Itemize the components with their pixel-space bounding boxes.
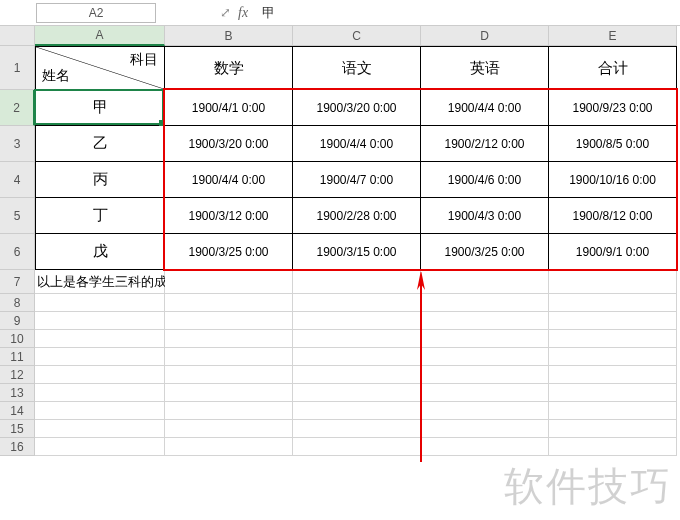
cell[interactable] — [421, 420, 549, 438]
cell-area[interactable]: 姓名科目数学语文英语合计甲1900/4/1 0:001900/3/20 0:00… — [35, 46, 680, 520]
cell[interactable] — [421, 270, 549, 294]
row-header[interactable]: 3 — [0, 126, 35, 162]
score-cell[interactable]: 1900/3/20 0:00 — [165, 126, 293, 162]
cell[interactable] — [35, 420, 165, 438]
score-cell[interactable]: 1900/3/25 0:00 — [165, 234, 293, 270]
cell[interactable] — [35, 402, 165, 420]
cell[interactable] — [35, 294, 165, 312]
row-header[interactable]: 16 — [0, 438, 35, 456]
score-cell[interactable]: 1900/8/5 0:00 — [549, 126, 677, 162]
subject-header[interactable]: 英语 — [421, 46, 549, 90]
cell[interactable] — [165, 330, 293, 348]
cell[interactable] — [293, 294, 421, 312]
cell[interactable] — [165, 420, 293, 438]
subject-header[interactable]: 合计 — [549, 46, 677, 90]
cell[interactable] — [293, 420, 421, 438]
header-diagonal-cell[interactable]: 姓名科目 — [35, 46, 165, 90]
expand-icon[interactable]: ⤢ — [216, 5, 234, 20]
row-header[interactable]: 14 — [0, 402, 35, 420]
score-cell[interactable]: 1900/4/1 0:00 — [165, 90, 293, 126]
score-cell[interactable]: 1900/4/4 0:00 — [293, 126, 421, 162]
row-header[interactable]: 5 — [0, 198, 35, 234]
score-cell[interactable]: 1900/3/15 0:00 — [293, 234, 421, 270]
row-header[interactable]: 13 — [0, 384, 35, 402]
row-header[interactable]: 11 — [0, 348, 35, 366]
cell[interactable] — [293, 270, 421, 294]
score-cell[interactable]: 1900/4/3 0:00 — [421, 198, 549, 234]
cell[interactable] — [421, 438, 549, 456]
row-header[interactable]: 8 — [0, 294, 35, 312]
score-cell[interactable]: 1900/8/12 0:00 — [549, 198, 677, 234]
formula-content[interactable]: 甲 — [252, 4, 680, 22]
cell[interactable] — [549, 438, 677, 456]
student-name-cell[interactable]: 戊 — [35, 234, 165, 270]
cell[interactable] — [165, 384, 293, 402]
fx-icon[interactable]: fx — [238, 5, 248, 21]
cell[interactable] — [35, 312, 165, 330]
subject-header[interactable]: 数学 — [165, 46, 293, 90]
cell[interactable] — [293, 402, 421, 420]
select-all-corner[interactable] — [0, 26, 35, 46]
cell[interactable] — [35, 438, 165, 456]
cell[interactable] — [293, 312, 421, 330]
score-cell[interactable]: 1900/4/6 0:00 — [421, 162, 549, 198]
cell[interactable] — [293, 438, 421, 456]
spreadsheet-grid[interactable]: ABCDE 12345678910111213141516 姓名科目数学语文英语… — [0, 26, 680, 520]
row-header[interactable]: 4 — [0, 162, 35, 198]
cell[interactable] — [165, 270, 293, 294]
row-header[interactable]: 12 — [0, 366, 35, 384]
score-cell[interactable]: 1900/2/28 0:00 — [293, 198, 421, 234]
name-box[interactable]: A2 — [36, 3, 156, 23]
col-header-D[interactable]: D — [421, 26, 549, 46]
cell[interactable] — [549, 294, 677, 312]
cell[interactable] — [165, 366, 293, 384]
cell[interactable] — [421, 366, 549, 384]
cell[interactable] — [293, 384, 421, 402]
row-header[interactable]: 15 — [0, 420, 35, 438]
col-header-E[interactable]: E — [549, 26, 677, 46]
student-name-cell[interactable]: 丁 — [35, 198, 165, 234]
cell[interactable] — [421, 402, 549, 420]
cell[interactable] — [421, 294, 549, 312]
cell[interactable] — [549, 348, 677, 366]
cell[interactable] — [165, 312, 293, 330]
subject-header[interactable]: 语文 — [293, 46, 421, 90]
cell[interactable] — [165, 294, 293, 312]
cell[interactable] — [421, 384, 549, 402]
col-header-C[interactable]: C — [293, 26, 421, 46]
score-cell[interactable]: 1900/9/1 0:00 — [549, 234, 677, 270]
row-header[interactable]: 7 — [0, 270, 35, 294]
row-header[interactable]: 6 — [0, 234, 35, 270]
row-header[interactable]: 10 — [0, 330, 35, 348]
cell[interactable] — [35, 366, 165, 384]
cell[interactable] — [549, 330, 677, 348]
student-name-cell[interactable]: 甲 — [35, 90, 165, 126]
cell[interactable] — [293, 366, 421, 384]
col-header-A[interactable]: A — [35, 26, 165, 46]
student-name-cell[interactable]: 乙 — [35, 126, 165, 162]
score-cell[interactable]: 1900/4/4 0:00 — [421, 90, 549, 126]
score-cell[interactable]: 1900/2/12 0:00 — [421, 126, 549, 162]
score-cell[interactable]: 1900/3/25 0:00 — [421, 234, 549, 270]
score-cell[interactable]: 1900/3/20 0:00 — [293, 90, 421, 126]
cell[interactable] — [165, 402, 293, 420]
row-header[interactable]: 2 — [0, 90, 35, 126]
score-cell[interactable]: 1900/4/7 0:00 — [293, 162, 421, 198]
cell[interactable] — [549, 384, 677, 402]
cell[interactable] — [549, 402, 677, 420]
score-cell[interactable]: 1900/10/16 0:00 — [549, 162, 677, 198]
cell[interactable] — [421, 330, 549, 348]
cell[interactable] — [549, 366, 677, 384]
row-header[interactable]: 9 — [0, 312, 35, 330]
cell[interactable] — [549, 270, 677, 294]
cell[interactable] — [165, 348, 293, 366]
cell[interactable] — [293, 330, 421, 348]
student-name-cell[interactable]: 丙 — [35, 162, 165, 198]
cell[interactable] — [549, 312, 677, 330]
cell[interactable] — [549, 420, 677, 438]
score-cell[interactable]: 1900/3/12 0:00 — [165, 198, 293, 234]
cell[interactable] — [35, 348, 165, 366]
score-cell[interactable]: 1900/9/23 0:00 — [549, 90, 677, 126]
cell[interactable] — [293, 348, 421, 366]
col-header-B[interactable]: B — [165, 26, 293, 46]
